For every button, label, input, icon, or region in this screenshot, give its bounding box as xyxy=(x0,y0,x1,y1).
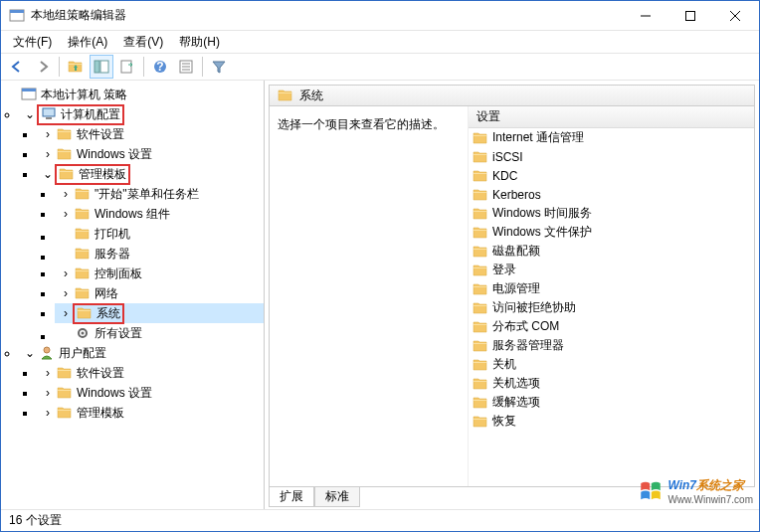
chevron-right-icon[interactable]: › xyxy=(59,266,73,280)
tree-windows-components[interactable]: ›Windows 组件 xyxy=(55,204,264,224)
tree-pane[interactable]: 本地计算机 策略 ⌄ 计算机配置 ›软件设置 ›Win xyxy=(1,81,265,509)
list-item[interactable]: 服务器管理器 xyxy=(469,336,754,355)
column-header-settings[interactable]: 设置 xyxy=(469,106,754,128)
folder-icon xyxy=(473,319,488,335)
tree-label: 系统 xyxy=(96,305,120,322)
tree-printers[interactable]: 打印机 xyxy=(55,224,264,244)
tree-u-admin[interactable]: ›管理模板 xyxy=(37,403,264,423)
tree-label: 软件设置 xyxy=(77,126,124,143)
tree-label: 控制面板 xyxy=(95,266,142,282)
tree-start-taskbar[interactable]: ›"开始"菜单和任务栏 xyxy=(55,184,264,204)
tree-u-windows[interactable]: ›Windows 设置 xyxy=(37,383,264,403)
list-item[interactable]: 电源管理 xyxy=(469,279,754,298)
list-item-label: KDC xyxy=(492,169,517,183)
tree-control-panel[interactable]: ›控制面板 xyxy=(55,264,264,283)
list-item[interactable]: 访问被拒绝协助 xyxy=(469,298,754,317)
folder-icon xyxy=(57,365,73,381)
menubar: 文件(F) 操作(A) 查看(V) 帮助(H) xyxy=(1,31,759,53)
tree-admin-templates[interactable]: ⌄ 管理模板 xyxy=(37,164,264,184)
folder-icon xyxy=(75,285,91,301)
forward-button[interactable] xyxy=(31,55,55,79)
tree-network[interactable]: ›网络 xyxy=(55,283,264,303)
list-item[interactable]: 关机选项 xyxy=(469,374,754,393)
chevron-right-icon[interactable]: › xyxy=(59,306,73,320)
folder-icon xyxy=(57,385,73,401)
folder-icon xyxy=(473,225,488,241)
tree-system[interactable]: › 系统 xyxy=(55,303,264,323)
help-button[interactable]: ? xyxy=(148,55,172,79)
list-item[interactable]: 恢复 xyxy=(469,412,754,431)
list-item[interactable]: Windows 时间服务 xyxy=(469,204,754,223)
tree-label: "开始"菜单和任务栏 xyxy=(95,186,199,203)
folder-icon xyxy=(473,300,488,316)
chevron-right-icon[interactable]: › xyxy=(41,386,55,400)
list-item[interactable]: 登录 xyxy=(469,261,754,279)
list-item-label: Windows 时间服务 xyxy=(492,205,592,222)
chevron-right-icon[interactable]: › xyxy=(41,406,55,420)
menu-help[interactable]: 帮助(H) xyxy=(171,32,228,53)
detail-header: 系统 xyxy=(269,85,755,106)
up-button[interactable] xyxy=(64,55,88,79)
menu-view[interactable]: 查看(V) xyxy=(115,32,171,53)
close-button[interactable] xyxy=(712,1,757,30)
list-item[interactable]: Internet 通信管理 xyxy=(469,128,754,147)
tree-label: 网络 xyxy=(95,285,118,302)
folder-icon xyxy=(59,166,75,182)
folder-icon xyxy=(473,130,488,146)
list-item-label: 关机选项 xyxy=(492,375,540,392)
list-item[interactable]: 分布式 COM xyxy=(469,317,754,336)
back-button[interactable] xyxy=(5,55,29,79)
tree-label: 服务器 xyxy=(95,246,130,263)
chevron-down-icon[interactable]: ⌄ xyxy=(41,167,55,181)
list-item-label: Kerberos xyxy=(492,188,541,202)
chevron-right-icon[interactable]: › xyxy=(59,207,73,221)
svg-text:?: ? xyxy=(156,60,163,74)
list-item-label: 电源管理 xyxy=(492,280,540,297)
tab-standard[interactable]: 标准 xyxy=(314,487,360,507)
folder-icon xyxy=(278,88,293,103)
filter-button[interactable] xyxy=(207,55,231,79)
tree-root[interactable]: 本地计算机 策略 xyxy=(1,85,264,104)
list-item[interactable]: Windows 文件保护 xyxy=(469,223,754,242)
tab-extended[interactable]: 扩展 xyxy=(269,487,314,507)
gear-icon xyxy=(75,325,91,341)
list-item[interactable]: 关机 xyxy=(469,355,754,374)
chevron-right-icon[interactable]: › xyxy=(59,286,73,300)
properties-button[interactable] xyxy=(174,55,198,79)
chevron-right-icon[interactable]: › xyxy=(59,187,73,201)
list-item[interactable]: iSCSI xyxy=(469,147,754,166)
chevron-down-icon[interactable]: ⌄ xyxy=(23,107,37,121)
list-item[interactable]: KDC xyxy=(469,166,754,185)
tree-all-settings[interactable]: 所有设置 xyxy=(55,323,264,343)
tree-servers[interactable]: 服务器 xyxy=(55,244,264,264)
export-button[interactable] xyxy=(115,55,139,79)
tree-windows-settings[interactable]: ›Windows 设置 xyxy=(37,144,264,164)
folder-icon xyxy=(473,244,488,260)
maximize-button[interactable] xyxy=(667,1,712,30)
menu-action[interactable]: 操作(A) xyxy=(60,32,115,53)
tree-label: Windows 设置 xyxy=(77,385,152,402)
folder-icon xyxy=(75,246,91,262)
menu-file[interactable]: 文件(F) xyxy=(5,32,60,53)
tree-u-software[interactable]: ›软件设置 xyxy=(37,363,264,383)
chevron-right-icon[interactable]: › xyxy=(41,127,55,141)
chevron-right-icon[interactable]: › xyxy=(41,366,55,380)
folder-icon xyxy=(57,126,73,142)
minimize-button[interactable] xyxy=(623,1,667,30)
description-pane: 选择一个项目来查看它的描述。 xyxy=(270,106,469,486)
tree-software-settings[interactable]: ›软件设置 xyxy=(37,124,264,144)
svg-rect-7 xyxy=(685,11,694,20)
tabs-bar: 扩展 标准 xyxy=(269,487,755,509)
tree-computer-config[interactable]: ⌄ 计算机配置 xyxy=(19,104,264,124)
settings-list[interactable]: Internet 通信管理iSCSIKDCKerberosWindows 时间服… xyxy=(469,128,754,486)
folder-icon xyxy=(75,226,91,242)
list-item[interactable]: 磁盘配额 xyxy=(469,242,754,261)
list-item[interactable]: Kerberos xyxy=(469,185,754,204)
chevron-right-icon[interactable]: › xyxy=(41,147,55,161)
show-hide-tree-button[interactable] xyxy=(90,55,113,79)
folder-icon xyxy=(75,206,91,222)
list-item[interactable]: 缓解选项 xyxy=(469,393,754,412)
tree-user-config[interactable]: ⌄ 用户配置 xyxy=(19,343,264,363)
list-item-label: 访问被拒绝协助 xyxy=(492,299,576,316)
chevron-down-icon[interactable]: ⌄ xyxy=(23,346,37,360)
